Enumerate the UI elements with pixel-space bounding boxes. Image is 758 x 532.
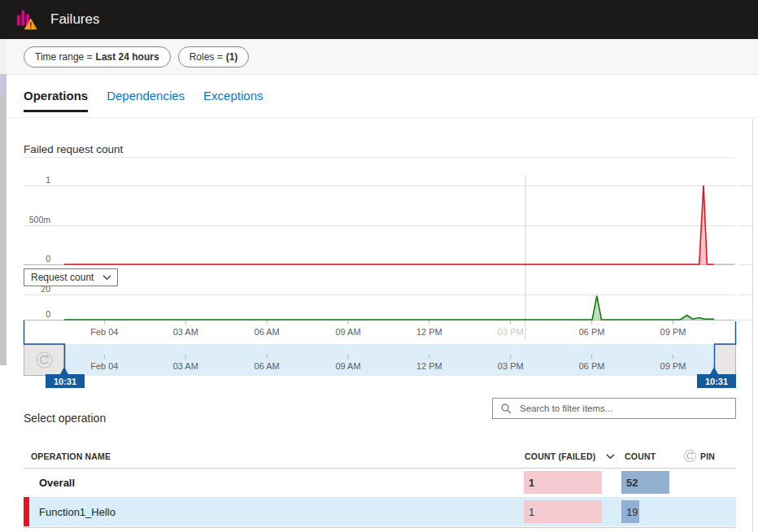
chart-section-divider: [24, 157, 734, 158]
tab-exceptions[interactable]: Exceptions: [203, 89, 263, 112]
failed-row-accent: [24, 497, 29, 526]
content-right-border: [752, 118, 753, 532]
brush-end-time-label: 10:31: [697, 374, 736, 388]
col-count[interactable]: COUNT: [625, 451, 656, 461]
count-failed-bar: 1: [524, 500, 602, 523]
count-bar: 52: [621, 471, 669, 494]
count-failed-value: 1: [529, 506, 534, 518]
search-input[interactable]: [518, 403, 735, 414]
svg-text:03 AM: 03 AM: [173, 327, 198, 337]
roles-filter-label: Roles =: [190, 51, 223, 63]
failures-blade: Failures Time range = Last 24 hours Role…: [0, 0, 758, 532]
count-value: 52: [626, 477, 638, 489]
search-icon: [500, 403, 512, 415]
roles-filter-pill[interactable]: Roles = (1): [178, 46, 250, 68]
operations-table-header: OPERATION NAME COUNT (FAILED) COUNT PIN: [24, 446, 736, 468]
reset-zoom-icon: [35, 351, 54, 369]
tab-operations[interactable]: Operations: [24, 89, 88, 112]
svg-text:09 PM: 09 PM: [660, 327, 686, 337]
svg-text:0: 0: [46, 254, 50, 264]
brush-reset-button[interactable]: [24, 344, 64, 376]
metric-dropdown-value: Request count: [31, 272, 102, 283]
chevron-down-icon: [102, 274, 111, 281]
svg-text:09 AM: 09 AM: [335, 327, 360, 337]
filter-items-searchbox[interactable]: [492, 398, 736, 419]
svg-text:03 PM: 03 PM: [498, 327, 524, 337]
table-bottom-border: [24, 527, 736, 528]
svg-text:Feb 04: Feb 04: [90, 327, 118, 337]
svg-text:500m: 500m: [29, 215, 51, 225]
left-edge-strip: [0, 39, 7, 74]
pin-icon[interactable]: [683, 449, 697, 463]
page-title: Failures: [50, 11, 99, 28]
svg-text:0: 0: [46, 309, 50, 319]
pivot-tabs: Operations Dependencies Exceptions: [24, 89, 263, 112]
svg-text:12 PM: 12 PM: [416, 327, 442, 337]
col-pin: PIN: [700, 451, 715, 461]
select-operation-title: Select operation: [24, 412, 106, 425]
time-range-filter-value: Last 24 hours: [96, 51, 159, 63]
svg-text:1: 1: [46, 175, 50, 185]
operation-name: Function1_Hello: [39, 497, 115, 526]
count-failed-bar: 1: [524, 471, 602, 494]
svg-text:06 AM: 06 AM: [255, 327, 280, 337]
time-range-filter-label: Time range =: [35, 51, 93, 63]
left-edge-scrollbar[interactable]: [0, 94, 7, 365]
table-row-function1-hello[interactable]: Function1_Hello 1 19: [24, 497, 736, 526]
filter-bar: Time range = Last 24 hours Roles = (1): [0, 39, 758, 75]
tabs-divider: [0, 117, 758, 118]
count-failed-value: 1: [529, 477, 534, 489]
count-value: 19: [626, 506, 638, 518]
table-row-overall[interactable]: Overall 1 52: [24, 469, 736, 496]
roles-filter-value: (1): [226, 51, 238, 63]
col-operation-name[interactable]: OPERATION NAME: [31, 451, 111, 461]
operation-name: Overall: [39, 469, 75, 496]
blade-header: Failures: [0, 0, 758, 39]
failures-blade-icon: [15, 8, 38, 31]
sort-descending-icon[interactable]: [606, 453, 615, 460]
brush-start-time-label: 10:31: [46, 374, 85, 388]
count-bar: 19: [621, 500, 639, 523]
svg-text:06 PM: 06 PM: [579, 327, 605, 337]
left-edge-strip-accent: [0, 74, 7, 94]
col-count-failed[interactable]: COUNT (FAILED): [525, 451, 595, 461]
tab-dependencies[interactable]: Dependencies: [107, 89, 185, 112]
metric-dropdown[interactable]: Request count: [24, 268, 118, 286]
time-brush-track[interactable]: [64, 344, 714, 376]
failed-request-count-title: Failed request count: [24, 143, 123, 155]
time-range-filter-pill[interactable]: Time range = Last 24 hours: [24, 46, 171, 68]
